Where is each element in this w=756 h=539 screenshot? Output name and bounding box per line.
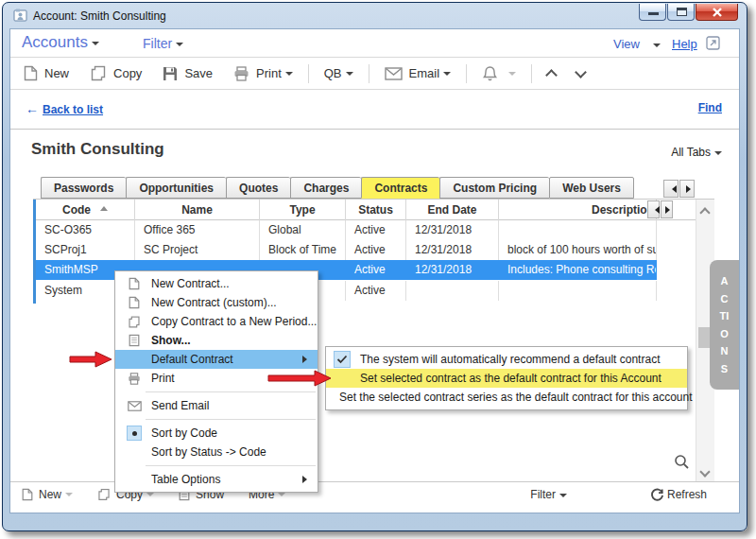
chevron-down-icon [92, 42, 99, 49]
email-button[interactable]: Email [385, 66, 452, 80]
scroll-down-icon[interactable] [699, 466, 710, 477]
menu-item-send-email[interactable]: Send Email [115, 396, 318, 415]
print-button[interactable]: Print [233, 66, 293, 81]
chevron-down-icon [278, 493, 285, 500]
tab-contracts[interactable]: Contracts [361, 177, 439, 199]
menu-separator [146, 465, 316, 466]
submenu-item-set-contract-series[interactable]: Set the selected contract series as the … [326, 388, 687, 407]
chevron-down-icon [653, 43, 661, 51]
tab-scroll-left-button[interactable] [663, 180, 679, 198]
sort-ascending-icon [100, 202, 108, 211]
view-menu[interactable]: View [613, 37, 661, 51]
tab-scroll-buttons [662, 180, 695, 198]
main-toolbar: New Copy Save Print QB Email [10, 57, 739, 90]
maximize-button[interactable] [667, 4, 695, 21]
actions-side-tab-label: ACTIONS [719, 272, 730, 377]
chevron-down-icon [346, 72, 353, 79]
copy-button[interactable]: Copy [90, 65, 142, 81]
account-window-icon [13, 9, 28, 26]
submenu-item-set-selected-contract[interactable]: Set selected contract as the default con… [326, 369, 687, 388]
chevron-down-icon [575, 66, 587, 78]
menu-separator [146, 391, 316, 392]
triangle-right-icon [665, 206, 674, 214]
actions-side-tab[interactable]: ACTIONS [710, 260, 739, 390]
previous-record-button[interactable] [547, 67, 556, 79]
bell-icon [482, 65, 498, 82]
column-header-code[interactable]: Code [36, 200, 135, 220]
help-link[interactable]: Help [672, 37, 697, 51]
footer-filter-dropdown[interactable]: Filter [530, 488, 567, 501]
tab-strip: Passwords Opportunities Quotes Charges C… [41, 177, 634, 199]
alerts-button[interactable] [482, 65, 516, 82]
email-icon [123, 401, 146, 411]
tab-scroll-right-button[interactable] [679, 180, 695, 198]
chevron-down-icon [559, 494, 567, 501]
menu-item-default-contract[interactable]: Default Contract [115, 350, 318, 369]
menu-item-sort-by-code[interactable]: Sort by Code [115, 424, 318, 443]
red-callout-arrow [267, 370, 332, 387]
chevron-down-icon [285, 72, 293, 79]
accounts-menu[interactable]: Accounts [22, 33, 99, 52]
all-tabs-dropdown[interactable]: All Tabs [671, 146, 722, 159]
tab-custom-pricing[interactable]: Custom Pricing [439, 177, 549, 199]
search-icon[interactable] [674, 454, 690, 474]
menu-item-table-options[interactable]: Table Options [115, 470, 318, 489]
menu-item-new-contract-custom[interactable]: New Contract (custom)... [115, 293, 318, 312]
title-bar[interactable]: Account: Smith Consulting [3, 3, 747, 28]
menu-item-copy-contract[interactable]: Copy Contract to a New Period... [115, 312, 318, 331]
submenu-item-auto-recommend[interactable]: The system will automatically recommend … [326, 350, 687, 369]
column-header-type[interactable]: Type [260, 200, 346, 220]
app-menu-row: Accounts Filter View Help [10, 29, 739, 57]
table-header-row: Code Name Type Status End Date Descripti… [36, 200, 696, 220]
find-link[interactable]: Find [698, 101, 722, 114]
qb-button[interactable]: QB [324, 66, 353, 80]
new-document-icon [22, 488, 33, 501]
checkmark-icon [334, 351, 351, 368]
menu-item-new-contract[interactable]: New Contract... [115, 274, 318, 293]
menu-item-sort-by-status-code[interactable]: Sort by Status -> Code [115, 443, 318, 461]
new-document-icon [123, 277, 146, 290]
table-row[interactable]: SC-O365 Office 365 Global Active 12/31/2… [36, 220, 696, 240]
copy-icon [90, 65, 107, 81]
new-button[interactable]: New [24, 65, 69, 81]
minimize-button[interactable] [639, 4, 666, 21]
menu-item-show[interactable]: Show... [115, 331, 318, 350]
chevron-down-icon [146, 493, 154, 500]
triangle-right-icon [686, 185, 695, 193]
tab-charges[interactable]: Charges [290, 177, 361, 199]
column-header-name[interactable]: Name [135, 200, 260, 220]
menu-separator [146, 419, 316, 420]
filter-menu[interactable]: Filter [143, 36, 183, 51]
column-scroll-buttons [646, 200, 673, 218]
copy-icon [123, 316, 146, 328]
refresh-button[interactable]: Refresh [650, 488, 707, 502]
column-scroll-left-button[interactable] [647, 200, 660, 218]
nav-row: ←Back to list Find [10, 90, 739, 129]
column-header-end-date[interactable]: End Date [406, 200, 499, 220]
table-row[interactable]: SCProj1 SC Project Block of Time Active … [36, 240, 696, 260]
chevron-down-icon [508, 72, 516, 79]
chevron-up-icon [545, 69, 558, 81]
radio-selected-icon [127, 426, 142, 441]
save-button[interactable]: Save [163, 66, 213, 81]
chevron-down-icon [443, 72, 451, 79]
back-to-list-link[interactable]: ←Back to list [26, 101, 103, 116]
column-header-description[interactable]: Description [499, 200, 657, 220]
tab-passwords[interactable]: Passwords [41, 177, 126, 199]
chevron-down-icon [176, 43, 183, 50]
scroll-up-icon[interactable] [699, 207, 710, 217]
popout-icon[interactable] [706, 36, 720, 54]
document-lines-icon [123, 334, 146, 347]
tab-web-users[interactable]: Web Users [549, 177, 634, 199]
next-record-button[interactable] [576, 70, 585, 77]
print-icon [233, 66, 249, 81]
new-document-icon [123, 296, 146, 309]
tab-quotes[interactable]: Quotes [226, 177, 290, 199]
chevron-down-icon [65, 493, 73, 500]
footer-new-button[interactable]: New [22, 488, 73, 501]
column-scroll-right-button[interactable] [661, 200, 673, 218]
copy-icon [97, 488, 111, 501]
column-header-status[interactable]: Status [346, 200, 406, 220]
tab-opportunities[interactable]: Opportunities [126, 177, 226, 199]
close-button[interactable] [696, 4, 738, 21]
